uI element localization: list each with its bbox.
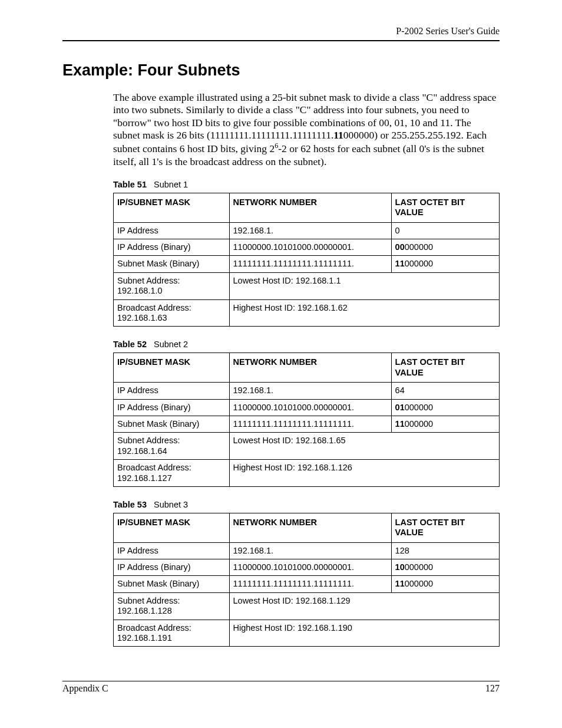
cell-ip-address-label: IP Address: [114, 383, 230, 399]
cell-ip-binary-label: IP Address (Binary): [114, 559, 230, 576]
table-52-caption: Table 52 Subnet 2: [113, 340, 500, 349]
table-row: Subnet Mask (Binary) 11111111.11111111.1…: [114, 576, 500, 592]
table-row: IP Address 192.168.1. 64: [114, 383, 500, 399]
cell-ip-binary-label: IP Address (Binary): [114, 399, 230, 416]
cell-bold: 11: [395, 419, 405, 429]
table-row: Broadcast Address: 192.168.1.127 Highest…: [114, 460, 500, 487]
table-53-title: Subnet 3: [154, 500, 188, 509]
cell-lowest-host: Lowest Host ID: 192.168.1.129: [229, 592, 500, 620]
cell-ip-binary-label: IP Address (Binary): [114, 239, 230, 256]
cell-mask-binary: 11111111.11111111.11111111.: [229, 416, 391, 432]
table-53: IP/SUBNET MASK NETWORK NUMBER LAST OCTET…: [113, 513, 500, 647]
table-53-label: Table 53: [113, 500, 147, 509]
cell-mask-binary: 11111111.11111111.11111111.: [229, 576, 391, 592]
cell-ip-binary-last: 00000000: [391, 239, 499, 256]
footer-page-number: 127: [485, 683, 500, 694]
page-footer: Appendix C 127: [62, 681, 500, 694]
cell-highest-host: Highest Host ID: 192.168.1.62: [229, 299, 500, 327]
cell-ip-address: 192.168.1.: [229, 542, 391, 559]
table-51-label: Table 51: [113, 180, 147, 189]
cell-subnet-address: Subnet Address: 192.168.1.64: [114, 433, 230, 460]
table-row: Broadcast Address: 192.168.1.191 Highest…: [114, 620, 500, 647]
col-header-ip-subnet: IP/SUBNET MASK: [114, 353, 230, 383]
table-51: IP/SUBNET MASK NETWORK NUMBER LAST OCTET…: [113, 193, 500, 327]
table-row: IP Address 192.168.1. 128: [114, 542, 500, 559]
col-header-network-number: NETWORK NUMBER: [229, 193, 391, 222]
cell-mask-binary-last: 11000000: [391, 416, 499, 432]
section-heading: Example: Four Subnets: [62, 61, 500, 80]
cell-lowest-host: Lowest Host ID: 192.168.1.1: [229, 272, 500, 299]
cell-ip-binary-last: 01000000: [391, 399, 499, 416]
col-header-network-number: NETWORK NUMBER: [229, 513, 391, 542]
table-53-caption: Table 53 Subnet 3: [113, 500, 500, 509]
cell-ip-binary: 11000000.10101000.00000001.: [229, 399, 391, 416]
cell-ip-address: 192.168.1.: [229, 222, 391, 239]
cell-rest: 000000: [405, 419, 433, 429]
cell-mask-binary-last: 11000000: [391, 576, 499, 592]
cell-ip-address-label: IP Address: [114, 222, 230, 239]
cell-broadcast-address: Broadcast Address: 192.168.1.127: [114, 460, 230, 487]
cell-mask-binary-label: Subnet Mask (Binary): [114, 416, 230, 432]
cell-ip-address: 192.168.1.: [229, 383, 391, 399]
table-51-caption: Table 51 Subnet 1: [113, 180, 500, 189]
table-row: IP Address (Binary) 11000000.10101000.00…: [114, 559, 500, 576]
cell-mask-binary-last: 11000000: [391, 256, 499, 272]
col-header-last-octet: LAST OCTET BIT VALUE: [391, 353, 499, 383]
cell-rest: 000000: [405, 242, 433, 252]
cell-rest: 000000: [405, 403, 433, 412]
table-row: IP/SUBNET MASK NETWORK NUMBER LAST OCTET…: [114, 353, 500, 383]
cell-rest: 000000: [405, 579, 433, 588]
table-52: IP/SUBNET MASK NETWORK NUMBER LAST OCTET…: [113, 353, 500, 487]
table-row: Subnet Address: 192.168.1.128 Lowest Hos…: [114, 592, 500, 620]
cell-bold: 11: [395, 259, 405, 268]
cell-highest-host: Highest Host ID: 192.168.1.190: [229, 620, 500, 647]
header-divider: [62, 40, 500, 41]
cell-ip-address-label: IP Address: [114, 542, 230, 559]
header-guide-title: P-2002 Series User's Guide: [62, 26, 500, 37]
cell-highest-host: Highest Host ID: 192.168.1.126: [229, 460, 500, 487]
footer-left: Appendix C: [62, 683, 108, 694]
table-row: IP Address (Binary) 11000000.10101000.00…: [114, 399, 500, 416]
cell-rest: 000000: [405, 562, 433, 572]
table-51-title: Subnet 1: [154, 180, 188, 189]
cell-ip-binary: 11000000.10101000.00000001.: [229, 239, 391, 256]
cell-mask-binary-label: Subnet Mask (Binary): [114, 256, 230, 272]
cell-broadcast-address: Broadcast Address: 192.168.1.191: [114, 620, 230, 647]
table-row: Subnet Address: 192.168.1.0 Lowest Host …: [114, 272, 500, 299]
footer-divider: [62, 681, 500, 681]
col-header-ip-subnet: IP/SUBNET MASK: [114, 193, 230, 222]
cell-mask-binary-label: Subnet Mask (Binary): [114, 576, 230, 592]
cell-subnet-address: Subnet Address: 192.168.1.128: [114, 592, 230, 620]
table-52-label: Table 52: [113, 340, 147, 349]
cell-bold: 00: [395, 242, 405, 252]
table-row: IP Address 192.168.1. 0: [114, 222, 500, 239]
cell-subnet-address: Subnet Address: 192.168.1.0: [114, 272, 230, 299]
table-row: Broadcast Address: 192.168.1.63 Highest …: [114, 299, 500, 327]
cell-ip-last: 0: [391, 222, 499, 239]
col-header-network-number: NETWORK NUMBER: [229, 353, 391, 383]
cell-ip-binary-last: 10000000: [391, 559, 499, 576]
table-row: Subnet Mask (Binary) 11111111.11111111.1…: [114, 256, 500, 272]
cell-lowest-host: Lowest Host ID: 192.168.1.65: [229, 433, 500, 460]
paragraph-mask-bold: 11: [333, 129, 343, 141]
cell-rest: 000000: [405, 259, 433, 268]
table-row: IP/SUBNET MASK NETWORK NUMBER LAST OCTET…: [114, 513, 500, 542]
table-row: IP/SUBNET MASK NETWORK NUMBER LAST OCTET…: [114, 193, 500, 222]
table-row: IP Address (Binary) 11000000.10101000.00…: [114, 239, 500, 256]
col-header-last-octet: LAST OCTET BIT VALUE: [391, 513, 499, 542]
table-52-title: Subnet 2: [154, 340, 188, 349]
cell-bold: 01: [395, 403, 405, 412]
cell-bold: 10: [395, 562, 405, 572]
table-row: Subnet Address: 192.168.1.64 Lowest Host…: [114, 433, 500, 460]
col-header-ip-subnet: IP/SUBNET MASK: [114, 513, 230, 542]
cell-ip-last: 128: [391, 542, 499, 559]
cell-ip-last: 64: [391, 383, 499, 399]
intro-paragraph: The above example illustrated using a 25…: [113, 91, 500, 168]
col-header-last-octet: LAST OCTET BIT VALUE: [391, 193, 499, 222]
cell-bold: 11: [395, 579, 405, 588]
cell-broadcast-address: Broadcast Address: 192.168.1.63: [114, 299, 230, 327]
cell-mask-binary: 11111111.11111111.11111111.: [229, 256, 391, 272]
cell-ip-binary: 11000000.10101000.00000001.: [229, 559, 391, 576]
table-row: Subnet Mask (Binary) 11111111.11111111.1…: [114, 416, 500, 432]
